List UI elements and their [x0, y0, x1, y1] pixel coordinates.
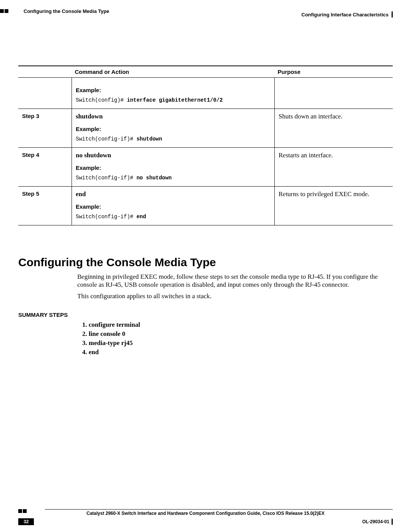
- footer-bar-icon: [392, 519, 393, 525]
- purpose-cell: Returns to privileged EXEC mode.: [275, 187, 393, 225]
- page-footer: Catalyst 2960-X Switch Interface and Har…: [18, 509, 393, 525]
- command-cell: shutdown Example: Switch(config-if)# shu…: [72, 109, 275, 148]
- code-prefix: Switch(config-if)#: [76, 136, 137, 142]
- step-label: Step 5: [18, 187, 72, 225]
- header-bar-icon: [392, 11, 393, 18]
- doc-id-text: OL-29034-01: [362, 519, 389, 524]
- example-label: Example:: [76, 87, 271, 93]
- summary-steps-list: configure terminal line console 0 media-…: [77, 321, 393, 356]
- table-row: Step 5 end Example: Switch(config-if)# e…: [18, 187, 393, 225]
- purpose-cell: Restarts an interface.: [275, 148, 393, 187]
- command-name: end: [76, 190, 271, 198]
- list-item: end: [89, 348, 393, 356]
- example-label: Example:: [76, 203, 271, 210]
- code-prefix: Switch(config-if)#: [76, 175, 137, 181]
- chapter-header: Configuring Interface Characteristics: [301, 11, 393, 18]
- th-command: Command or Action: [72, 66, 275, 78]
- step-label: Step 3: [18, 109, 72, 148]
- code-example: Switch(config-if)# no shutdown: [76, 175, 271, 181]
- command-name: shutdown: [76, 113, 271, 120]
- code-example: Switch(config-if)# shutdown: [76, 136, 271, 142]
- step-label: Step 4: [18, 148, 72, 187]
- code-bold: shutdown: [137, 136, 162, 142]
- code-example: Switch(config)# interface gigabitetherne…: [76, 97, 271, 103]
- code-prefix: Switch(config)#: [76, 97, 127, 103]
- summary-steps-label: SUMMARY STEPS: [18, 312, 393, 318]
- th-step: [18, 66, 72, 78]
- table-row: Example: Switch(config)# interface gigab…: [18, 78, 393, 109]
- section-para: This configuration applies to all switch…: [77, 292, 393, 300]
- chapter-header-text: Configuring Interface Characteristics: [301, 12, 389, 18]
- command-cell: end Example: Switch(config-if)# end: [72, 187, 275, 225]
- section-body: Beginning in privileged EXEC mode, follo…: [77, 273, 393, 300]
- code-prefix: Switch(config-if)#: [76, 214, 137, 220]
- example-label: Example:: [76, 126, 271, 132]
- code-bold: no shutdown: [137, 175, 172, 181]
- list-item: configure terminal: [89, 321, 393, 329]
- section-para: Beginning in privileged EXEC mode, follo…: [77, 273, 393, 289]
- footer-title: Catalyst 2960-X Switch Interface and Har…: [18, 509, 393, 516]
- code-bold: interface gigabitethernet1/0/2: [127, 97, 223, 103]
- table-row: Step 4 no shutdown Example: Switch(confi…: [18, 148, 393, 187]
- list-item: line console 0: [89, 330, 393, 338]
- footer-square-decor-icon: [18, 509, 27, 513]
- purpose-cell: Shuts down an interface.: [275, 109, 393, 148]
- section-heading: Configuring the Console Media Type: [18, 256, 393, 269]
- square-decor-icon: [0, 9, 8, 13]
- page-number: 32: [18, 518, 34, 525]
- table-row: Step 3 shutdown Example: Switch(config-i…: [18, 109, 393, 148]
- command-table: Command or Action Purpose Example: Switc…: [18, 66, 393, 225]
- example-label: Example:: [76, 165, 271, 171]
- th-purpose: Purpose: [275, 66, 393, 78]
- command-cell: Example: Switch(config)# interface gigab…: [72, 78, 275, 109]
- purpose-cell: [275, 78, 393, 109]
- code-bold: end: [137, 214, 146, 220]
- code-example: Switch(config-if)# end: [76, 214, 271, 220]
- header-left-decoration: Configuring the Console Media Type: [0, 7, 109, 14]
- breadcrumb: Configuring the Console Media Type: [24, 8, 109, 14]
- step-label: [18, 78, 72, 109]
- footer-row: 32 OL-29034-01: [18, 518, 393, 525]
- doc-id: OL-29034-01: [362, 519, 393, 525]
- command-cell: no shutdown Example: Switch(config-if)# …: [72, 148, 275, 187]
- command-name: no shutdown: [76, 152, 271, 159]
- page: Configuring Interface Characteristics Co…: [0, 0, 411, 532]
- list-item: media-type rj45: [89, 339, 393, 347]
